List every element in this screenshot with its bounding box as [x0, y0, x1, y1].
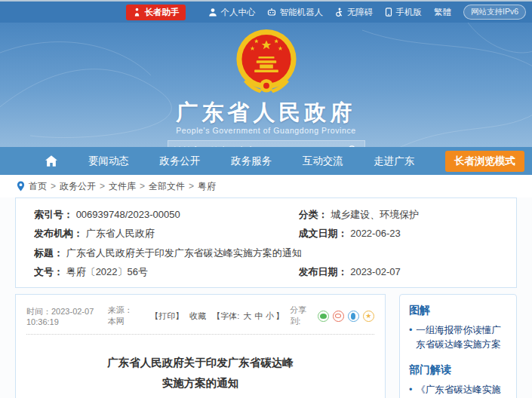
- weibo-share-icon[interactable]: [333, 311, 344, 322]
- sidebar-link-interpretation-label: 《广东省碳达峰实施方案》解读: [416, 383, 507, 398]
- national-emblem: [233, 27, 300, 96]
- nav-item-interaction[interactable]: 互动交流: [303, 155, 343, 168]
- content-row: 时间：2023-02-07 10:36:19 来源：本网 【打印】 收藏 【字体…: [15, 294, 517, 398]
- accessibility-link[interactable]: 无障碍: [335, 7, 374, 18]
- user-icon: [208, 8, 217, 17]
- article-card: 时间：2023-02-07 10:36:19 来源：本网 【打印】 收藏 【字体…: [15, 294, 386, 398]
- sidebar-link-infographic[interactable]: • 一组海报带你读懂广东省碳达峰实施方案: [409, 323, 507, 353]
- crumb-separator: >: [100, 181, 105, 191]
- meta-doc-no-value: 粤府〔2022〕56号: [66, 266, 148, 277]
- article-title-line1: 广东省人民政府关于印发广东省碳达峰: [26, 353, 374, 373]
- elder-browse-mode-button[interactable]: 长者浏览模式: [445, 151, 524, 172]
- site-header: 广东省人民政府 People's Government of Guangdong…: [0, 23, 532, 147]
- wechat-share-icon[interactable]: [318, 311, 329, 322]
- article-toolbar: 时间：2023-02-07 10:36:19 来源：本网 【打印】 收藏 【字体…: [26, 302, 374, 335]
- meta-index-value: 006939748/2023-00050: [76, 209, 180, 220]
- mobile-version-link[interactable]: 手机版: [385, 7, 422, 18]
- crumb-separator: >: [189, 181, 194, 191]
- nav-home[interactable]: [45, 155, 57, 167]
- meta-category-label: 分类：: [299, 209, 328, 220]
- font-size-small[interactable]: 小: [264, 311, 275, 320]
- traditional-chinese-link[interactable]: 繁體: [434, 7, 451, 18]
- meta-agency: 发布机构： 广东省人民政府: [34, 227, 299, 239]
- meta-doc-no-label: 文号：: [34, 266, 63, 277]
- crumb-separator: >: [51, 181, 56, 191]
- search-input[interactable]: [168, 145, 342, 147]
- meta-agency-label: 发布机构：: [34, 228, 83, 239]
- qzone-share-icon[interactable]: ★: [363, 311, 374, 322]
- crumb-yuefu[interactable]: 粤府: [198, 180, 216, 193]
- user-center-label: 个人中心: [220, 7, 255, 18]
- related-sidebar: 图解 • 一组海报带你读懂广东省碳达峰实施方案 部门解读 • 《广东省碳达峰实施…: [399, 294, 517, 398]
- ipv6-badge: 网站支持IPv6: [463, 5, 526, 20]
- meta-title-label: 标题：: [34, 247, 63, 259]
- elder-helper-label: 长者助手: [144, 7, 179, 18]
- search-button[interactable]: [342, 141, 364, 147]
- mobile-icon: [385, 8, 392, 17]
- document-meta-card: 索引号： 006939748/2023-00050 分类： 城乡建设、环境保护 …: [15, 197, 517, 288]
- search-box: [168, 140, 365, 147]
- font-size-medium[interactable]: 中: [253, 311, 264, 320]
- meta-publish-date: 发布日期： 2023-02-07: [299, 265, 498, 277]
- crumb-gov-affairs[interactable]: 政务公开: [60, 180, 96, 193]
- nav-item-services[interactable]: 政务服务: [231, 155, 272, 168]
- favorite-button[interactable]: 收藏: [189, 311, 206, 322]
- meta-written-date: 成文日期： 2022-06-23: [299, 227, 498, 239]
- meta-doc-no: 文号： 粤府〔2022〕56号: [34, 265, 299, 277]
- site-subtitle: People's Government of Guangdong Provinc…: [0, 126, 532, 135]
- qq-share-icon[interactable]: [348, 311, 359, 322]
- meta-written-date-value: 2022-06-23: [350, 228, 401, 239]
- bullet-icon: •: [409, 323, 412, 353]
- font-size-suffix: 】: [275, 311, 284, 320]
- crumb-all-files[interactable]: 全部文件: [149, 180, 185, 193]
- elder-person-icon: [133, 8, 141, 17]
- crumb-home[interactable]: 首页: [29, 180, 47, 193]
- location-pin-icon: [17, 181, 25, 191]
- meta-written-date-label: 成文日期：: [299, 228, 348, 239]
- accessibility-label: 无障碍: [347, 7, 374, 18]
- top-utility-bar: 长者助手 个人中心 智能机器人 无障碍 手机版 繁體 网站支持IPv6: [0, 0, 532, 23]
- share-icons: ★: [318, 311, 374, 322]
- sidebar-heading-infographic: 图解: [409, 304, 507, 317]
- sidebar-heading-interpretation: 部门解读: [409, 363, 507, 377]
- meta-agency-value: 广东省人民政府: [86, 228, 155, 239]
- article-time: 时间：2023-02-07 10:36:19: [26, 306, 102, 326]
- meta-category: 分类： 城乡建设、环境保护: [299, 208, 498, 220]
- font-size-prefix: 【字体:: [212, 311, 239, 320]
- meta-title-value: 广东省人民政府关于印发广东省碳达峰实施方案的通知: [66, 247, 302, 259]
- mobile-version-label: 手机版: [395, 7, 422, 18]
- font-size-large[interactable]: 大: [241, 311, 253, 320]
- robot-icon: [267, 8, 276, 17]
- meta-publish-date-value: 2023-02-07: [350, 266, 401, 277]
- search-icon: [347, 145, 358, 147]
- accessibility-icon: [335, 8, 344, 17]
- meta-category-value: 城乡建设、环境保护: [331, 209, 419, 220]
- elder-helper-button[interactable]: 长者助手: [126, 5, 186, 20]
- nav-item-about-guangdong[interactable]: 走进广东: [374, 155, 414, 168]
- share-label: 分享到:: [290, 305, 310, 327]
- meta-title: 标题： 广东省人民政府关于印发广东省碳达峰实施方案的通知: [34, 246, 498, 259]
- sidebar-section-infographic: 图解 • 一组海报带你读懂广东省碳达峰实施方案: [409, 304, 507, 353]
- robot-assistant-label: 智能机器人: [279, 7, 323, 18]
- site-title: 广东省人民政府: [0, 101, 532, 124]
- nav-item-news[interactable]: 要闻动态: [88, 155, 129, 168]
- article-source: 来源：本网: [108, 305, 139, 327]
- nav-item-gov-affairs[interactable]: 政务公开: [159, 155, 200, 168]
- sidebar-section-interpretation: 部门解读 • 《广东省碳达峰实施方案》解读: [409, 363, 507, 398]
- meta-index-label: 索引号：: [34, 209, 73, 220]
- crumb-separator: >: [140, 181, 145, 191]
- breadcrumb: 首页 > 政务公开 > 文件库 > 全部文件 > 粤府: [0, 175, 532, 197]
- meta-publish-date-label: 发布日期：: [299, 266, 348, 277]
- robot-assistant-link[interactable]: 智能机器人: [267, 7, 323, 18]
- print-button[interactable]: 【打印】: [150, 311, 183, 322]
- page: 长者助手 个人中心 智能机器人 无障碍 手机版 繁體 网站支持IPv6: [0, 0, 532, 398]
- article-title: 广东省人民政府关于印发广东省碳达峰 实施方案的通知: [26, 353, 374, 393]
- home-icon: [45, 155, 57, 167]
- meta-index-no: 索引号： 006939748/2023-00050: [34, 208, 299, 220]
- sidebar-link-interpretation[interactable]: • 《广东省碳达峰实施方案》解读: [409, 383, 507, 398]
- crumb-file-library[interactable]: 文件库: [109, 180, 136, 193]
- user-center-link[interactable]: 个人中心: [208, 7, 255, 18]
- font-size-control: 【字体: 大中小】: [212, 311, 284, 322]
- sidebar-link-infographic-label: 一组海报带你读懂广东省碳达峰实施方案: [416, 323, 507, 353]
- traditional-chinese-label: 繁體: [434, 7, 451, 18]
